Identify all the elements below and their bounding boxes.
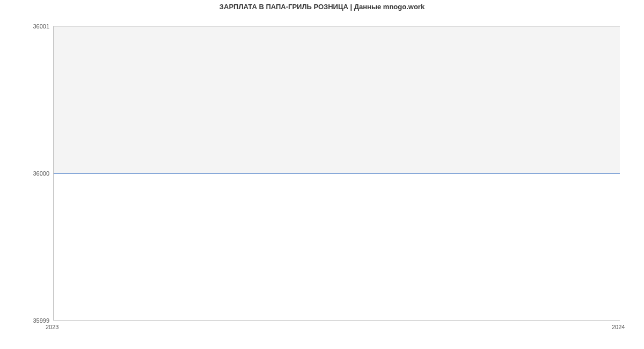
gridline (54, 26, 620, 27)
y-tick-bot: 35999 (0, 317, 49, 324)
salary-chart: ЗАРПЛАТА В ПАПА-ГРИЛЬ РОЗНИЦА | Данные m… (0, 0, 644, 349)
x-tick-right: 2024 (612, 324, 625, 330)
y-tick-mid: 36000 (0, 170, 49, 177)
chart-title: ЗАРПЛАТА В ПАПА-ГРИЛЬ РОЗНИЦА | Данные m… (0, 3, 644, 11)
alt-band (54, 26, 620, 173)
y-tick-top: 36001 (0, 23, 49, 30)
x-tick-left: 2023 (46, 324, 58, 330)
series-line (54, 173, 620, 174)
plot-area (53, 26, 620, 321)
